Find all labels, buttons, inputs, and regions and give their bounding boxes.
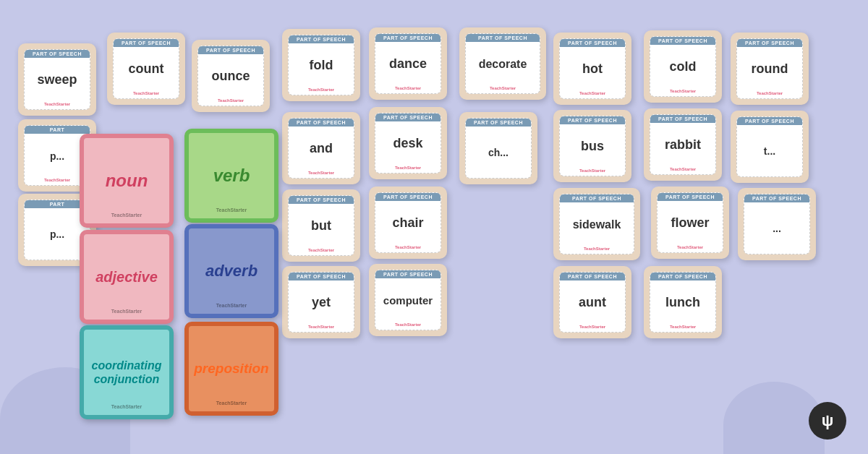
preposition-label: preposition <box>194 361 268 377</box>
card-word-sidewalk: sidewalk <box>570 202 624 247</box>
card-header: PART OF SPEECH <box>25 50 90 58</box>
card-word-pr1: ch... <box>485 127 511 178</box>
card-word-hot: hot <box>579 47 605 91</box>
card-header: PART OF SPEECH <box>289 119 354 127</box>
adverb-footer: TeachStarter <box>216 303 247 308</box>
preposition-footer: TeachStarter <box>216 401 247 406</box>
card-header: PART <box>25 126 90 134</box>
card-word-flower: flower <box>668 201 712 245</box>
card-header: PART OF SPEECH <box>658 193 723 201</box>
cat-card-preposition: preposition TeachStarter <box>184 322 278 416</box>
noun-label: noun <box>106 171 148 192</box>
card-footer: TeachStarter <box>133 91 159 98</box>
card-footer: TeachStarter <box>579 91 605 98</box>
card-header: PART OF SPEECH <box>560 194 634 202</box>
card-word-yet: yet <box>309 280 333 325</box>
card-header: PART OF SPEECH <box>560 116 625 124</box>
card-footer: TeachStarter <box>395 245 421 252</box>
card-word-desk: desk <box>390 121 425 166</box>
card-footer: TeachStarter <box>218 98 244 106</box>
card-footer: TeachStarter <box>44 102 70 109</box>
card-header: PART OF SPEECH <box>560 273 625 280</box>
card-footer: TeachStarter <box>579 168 605 176</box>
card-header: PART OF SPEECH <box>650 115 715 123</box>
card-header: PART OF SPEECH <box>560 39 625 47</box>
card-sidewalk: PART OF SPEECH sidewalk TeachStarter <box>553 188 640 260</box>
card-header: PART OF SPEECH <box>289 35 354 43</box>
card-and: PART OF SPEECH and TeachStarter <box>282 112 360 184</box>
card-bus: PART OF SPEECH bus TeachStarter <box>553 110 631 182</box>
card-lunch: PART OF SPEECH lunch TeachStarter <box>644 266 722 338</box>
card-word-chair: chair <box>389 201 426 245</box>
card-sweep: PART OF SPEECH sweep TeachStarter <box>18 43 96 116</box>
card-cold: PART OF SPEECH cold TeachStarter <box>644 30 722 103</box>
card-footer: TeachStarter <box>308 171 334 178</box>
card-word-fold: fold <box>307 43 336 87</box>
card-footer: TeachStarter <box>308 248 334 255</box>
card-footer: TeachStarter <box>395 166 421 173</box>
card-decorate: PART OF SPEECH decorate TeachStarter <box>459 27 546 100</box>
card-partial-far-r2: PART OF SPEECH ... <box>738 188 816 260</box>
card-header: PART OF SPEECH <box>650 273 715 280</box>
card-header: PART OF SPEECH <box>289 273 354 280</box>
card-yet: PART OF SPEECH yet TeachStarter <box>282 266 360 338</box>
card-word-cold: cold <box>666 45 699 89</box>
card-footer: TeachStarter <box>670 89 696 96</box>
card-word-count: count <box>126 47 167 91</box>
card-footer: TeachStarter <box>490 86 516 93</box>
card-word-and: and <box>307 127 336 171</box>
card-word-round: round <box>749 47 791 91</box>
card-partial-r1: PART OF SPEECH ch... <box>459 112 537 184</box>
cat-card-noun: noun TeachStarter <box>80 134 174 228</box>
card-hot: PART OF SPEECH hot TeachStarter <box>553 33 631 105</box>
card-footer: TeachStarter <box>395 322 421 330</box>
cc-footer: TeachStarter <box>111 404 142 409</box>
cat-card-adjective: adjective TeachStarter <box>80 230 174 324</box>
card-ounce: PART OF SPEECH ounce TeachStarter <box>192 40 270 112</box>
card-header: PART OF SPEECH <box>289 196 354 204</box>
card-dance: PART OF SPEECH dance TeachStarter <box>369 27 447 100</box>
card-word-computer: computer <box>380 278 435 322</box>
card-footer: TeachStarter <box>44 178 70 185</box>
card-word-lunch: lunch <box>663 280 703 325</box>
card-header: PART OF SPEECH <box>737 117 802 125</box>
card-word-partial: p... <box>47 134 67 178</box>
card-header: PART OF SPEECH <box>466 34 540 42</box>
coordinating-conjunction-label: coordinatingconjunction <box>88 355 166 390</box>
card-word-pfr1: t... <box>761 125 778 176</box>
card-round: PART OF SPEECH round TeachStarter <box>731 33 809 105</box>
adverb-label: adverb <box>205 262 258 280</box>
card-header: PART OF SPEECH <box>375 34 441 42</box>
card-footer: TeachStarter <box>395 86 421 93</box>
card-partial-far-r1: PART OF SPEECH t... <box>731 111 809 183</box>
cat-card-coordinating-conjunction: coordinatingconjunction TeachStarter <box>80 325 174 419</box>
cat-card-adverb: adverb TeachStarter <box>184 224 278 318</box>
card-footer: TeachStarter <box>308 325 334 332</box>
card-word-but: but <box>308 204 334 248</box>
card-word-decorate: decorate <box>476 42 530 86</box>
card-fold: PART OF SPEECH fold TeachStarter <box>282 29 360 101</box>
cat-card-verb: verb TeachStarter <box>184 129 278 223</box>
card-count: PART OF SPEECH count TeachStarter <box>107 33 185 105</box>
card-desk: PART OF SPEECH desk TeachStarter <box>369 107 447 179</box>
card-header: PART OF SPEECH <box>375 113 441 121</box>
verb-footer: TeachStarter <box>216 207 247 213</box>
card-footer: TeachStarter <box>670 167 696 174</box>
card-header: PART OF SPEECH <box>375 193 441 201</box>
card-rabbit: PART OF SPEECH rabbit TeachStarter <box>644 108 722 181</box>
card-header: PART OF SPEECH <box>198 46 263 54</box>
card-computer: PART OF SPEECH computer TeachStarter <box>369 264 447 336</box>
card-flower: PART OF SPEECH flower TeachStarter <box>651 187 729 259</box>
card-aunt: PART OF SPEECH aunt TeachStarter <box>553 266 631 338</box>
adjective-footer: TeachStarter <box>111 309 142 314</box>
card-header: PART OF SPEECH <box>114 39 179 47</box>
card-word-rabbit: rabbit <box>662 123 704 167</box>
card-footer: TeachStarter <box>670 325 696 332</box>
card-word-bus: bus <box>578 124 607 168</box>
card-footer: TeachStarter <box>677 245 703 252</box>
card-but: PART OF SPEECH but TeachStarter <box>282 189 360 262</box>
card-word-pl2: p... <box>47 208 67 260</box>
card-header: PART OF SPEECH <box>737 39 802 47</box>
card-footer: TeachStarter <box>584 247 610 254</box>
noun-footer: TeachStarter <box>111 213 142 218</box>
